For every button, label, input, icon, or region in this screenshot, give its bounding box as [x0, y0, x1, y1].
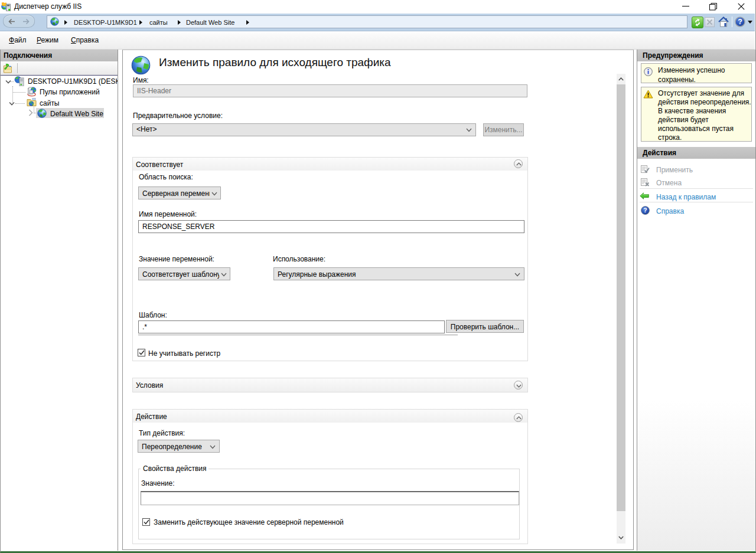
- svg-text:?: ?: [738, 18, 742, 26]
- svg-text:?: ?: [643, 207, 647, 214]
